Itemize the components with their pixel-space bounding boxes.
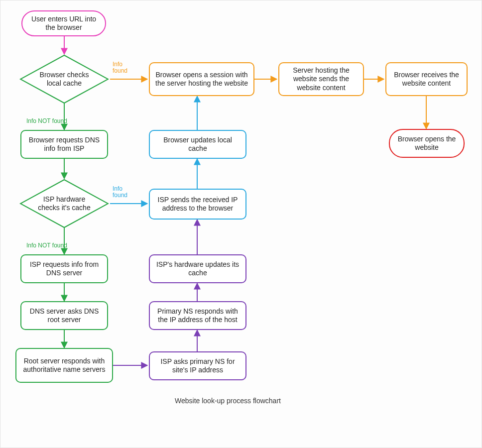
node-browser-receives-content: Browser receives the website content (385, 62, 468, 96)
node-isp-hardware-updates-cache: ISP's hardware updates its cache (149, 254, 246, 283)
node-isp-requests-dns-server-label: ISP requests info from DNS server (25, 260, 103, 278)
node-isp-sends-ip: ISP sends the received IP address to the… (149, 189, 246, 220)
node-primary-ns-responds: Primary NS responds with the IP address … (149, 301, 246, 330)
node-request-dns-from-isp-label: Browser requests DNS info from ISP (25, 136, 103, 153)
node-server-sends-content: Server hosting the website sends the web… (278, 62, 364, 96)
node-request-dns-from-isp: Browser requests DNS info from ISP (20, 130, 108, 159)
node-start: User enters URL into the browser (21, 10, 106, 36)
node-open-session: Browser opens a session with the server … (149, 62, 254, 96)
node-browser-opens-website: Browser opens the website (389, 129, 465, 158)
flowchart-frame: User enters URL into the browser Browser… (0, 0, 482, 448)
edge-label-info-found-2: Info found (113, 186, 132, 199)
node-isp-sends-ip-label: ISP sends the received IP address to the… (154, 196, 241, 213)
node-browser-opens-website-label: Browser opens the website (394, 135, 460, 152)
edge-label-info-not-found-1: Info NOT found (26, 118, 67, 124)
node-isp-checks-cache: ISP hardware checks it's cache (19, 179, 109, 228)
node-isp-asks-primary-ns: ISP asks primary NS for site's IP addres… (149, 351, 246, 380)
node-check-local-cache-label: Browser checks local cache (19, 54, 109, 104)
node-isp-requests-dns-server: ISP requests info from DNS server (20, 254, 108, 283)
edge-label-info-found-1: Info found (113, 61, 132, 74)
node-start-label: User enters URL into the browser (26, 15, 101, 32)
diagram-caption: Website look-up process flowchart (175, 397, 281, 405)
node-server-sends-content-label: Server hosting the website sends the web… (283, 66, 359, 93)
node-dns-asks-root-label: DNS server asks DNS root server (25, 307, 103, 325)
edge-label-info-not-found-2: Info NOT found (26, 242, 67, 249)
node-browser-updates-cache-label: Browser updates local cache (154, 136, 241, 153)
node-dns-asks-root: DNS server asks DNS root server (20, 301, 108, 330)
node-browser-receives-content-label: Browser receives the website content (390, 71, 463, 88)
node-check-local-cache: Browser checks local cache (19, 54, 109, 104)
node-open-session-label: Browser opens a session with the server … (154, 71, 249, 88)
node-root-responds-label: Root server responds with authoritative … (20, 357, 108, 374)
node-isp-hardware-updates-cache-label: ISP's hardware updates its cache (154, 260, 241, 278)
node-root-responds: Root server responds with authoritative … (15, 348, 113, 383)
node-primary-ns-responds-label: Primary NS responds with the IP address … (154, 307, 241, 325)
node-browser-updates-cache: Browser updates local cache (149, 130, 246, 159)
node-isp-checks-cache-label: ISP hardware checks it's cache (19, 179, 109, 228)
node-isp-asks-primary-ns-label: ISP asks primary NS for site's IP addres… (154, 357, 241, 375)
